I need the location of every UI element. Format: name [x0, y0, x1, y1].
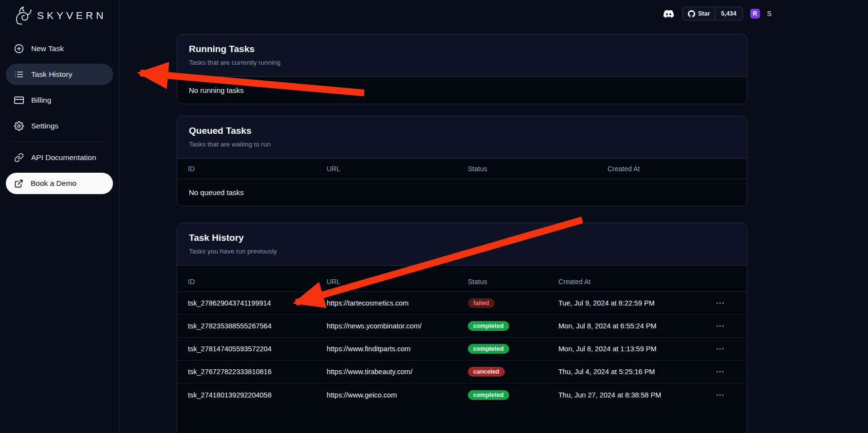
column-header-created-at: Created At [548, 278, 708, 286]
github-star-segment[interactable]: Star [683, 7, 715, 20]
credit-card-icon [14, 95, 24, 105]
sidebar-item-billing[interactable]: Billing [6, 90, 113, 111]
task-id-cell: tsk_276727822333810816 [177, 368, 316, 376]
queued-tasks-subtitle: Tasks that are waiting to run [189, 141, 735, 148]
task-id-cell: tsk_278147405593572204 [177, 345, 316, 353]
status-badge: completed [468, 390, 509, 400]
list-icon [14, 70, 24, 79]
running-tasks-title: Running Tasks [189, 44, 735, 54]
sidebar-divider [12, 142, 107, 142]
task-status-cell: canceled [457, 367, 548, 377]
table-row[interactable]: tsk_276727822333810816 https://www.tirab… [177, 361, 747, 383]
task-url-cell: https://www.geico.com [316, 391, 457, 399]
gear-icon [14, 121, 24, 131]
queued-tasks-header: Queued Tasks Tasks that are waiting to r… [177, 116, 747, 159]
row-actions-button[interactable]: ⋯ [708, 366, 747, 377]
github-star-label: Star [698, 10, 710, 17]
task-created-cell: Tue, Jul 9, 2024 at 8:22:59 PM [548, 299, 708, 307]
queued-tasks-title: Queued Tasks [189, 126, 735, 136]
github-star-count: 5,434 [721, 10, 736, 17]
task-status-cell: completed [457, 344, 548, 354]
sidebar-item-label: Settings [31, 122, 58, 130]
task-history-card: Task History Tasks you have run previous… [177, 223, 747, 433]
task-url-cell: https://tartecosmetics.com [316, 299, 457, 307]
github-icon [688, 10, 695, 18]
queued-tasks-card: Queued Tasks Tasks that are waiting to r… [177, 116, 747, 206]
status-badge: completed [468, 344, 509, 354]
discord-icon [662, 9, 675, 19]
task-id-cell: tsk_274180139292204058 [177, 391, 316, 399]
task-url-cell: https://www.tirabeauty.com/ [316, 368, 457, 376]
status-badge: canceled [468, 367, 505, 377]
sidebar: SKYVERN New Task Task History Billing Se… [0, 0, 119, 433]
column-header-created-at: Created At [597, 165, 747, 173]
task-history-table: ID URL Status Created At tsk_27862904374… [177, 266, 747, 433]
sidebar-item-label: Book a Demo [31, 179, 76, 188]
task-status-cell: completed [457, 390, 548, 400]
book-a-demo-button[interactable]: Book a Demo [6, 173, 113, 194]
task-history-table-header: ID URL Status Created At [177, 271, 747, 292]
ellipsis-icon: ⋯ [716, 390, 725, 400]
row-actions-button[interactable]: ⋯ [708, 321, 747, 331]
task-created-cell: Mon, Jul 8, 2024 at 6:55:24 PM [548, 322, 708, 330]
task-id-cell: tsk_278235388555267564 [177, 322, 316, 330]
task-history-rows: tsk_278629043741199914 https://tartecosm… [177, 292, 747, 433]
task-status-cell: failed [457, 298, 548, 308]
truncated-user-text: S [767, 10, 772, 18]
task-created-cell: Thu, Jun 27, 2024 at 8:38:58 PM [548, 391, 708, 399]
sidebar-item-new-task[interactable]: New Task [6, 38, 113, 59]
table-row[interactable]: tsk_278235388555267564 https://news.ycom… [177, 315, 747, 338]
sidebar-item-api-documentation[interactable]: API Documentation [6, 147, 113, 168]
task-history-subtitle: Tasks you have run previously [189, 248, 735, 255]
avatar[interactable]: R [750, 9, 760, 18]
sidebar-item-label: Billing [31, 96, 51, 105]
task-status-cell: completed [457, 321, 548, 331]
status-badge: failed [468, 298, 495, 308]
github-star-count-segment[interactable]: 5,434 [715, 7, 742, 20]
queued-tasks-table-header: ID URL Status Created At [177, 159, 747, 179]
external-link-icon [14, 179, 23, 188]
task-created-cell: Thu, Jul 4, 2024 at 5:25:16 PM [548, 368, 708, 376]
skyvern-dragon-icon [11, 4, 33, 27]
column-header-status: Status [457, 165, 597, 173]
task-created-cell: Mon, Jul 8, 2024 at 1:13:59 PM [548, 345, 708, 353]
row-actions-button[interactable]: ⋯ [708, 343, 747, 354]
skyvern-logo[interactable]: SKYVERN [0, 0, 119, 27]
sidebar-item-label: API Documentation [31, 153, 96, 162]
sidebar-item-label: Task History [31, 70, 72, 79]
discord-button[interactable] [662, 9, 675, 19]
ellipsis-icon: ⋯ [716, 367, 725, 377]
task-history-title: Task History [189, 233, 735, 243]
sidebar-nav: New Task Task History Billing Settings A… [0, 38, 119, 194]
column-header-id: ID [177, 278, 316, 286]
task-id-cell: tsk_278629043741199914 [177, 299, 316, 307]
sidebar-item-settings[interactable]: Settings [6, 115, 113, 137]
column-header-status: Status [457, 278, 548, 286]
task-url-cell: https://news.ycombinator.com/ [316, 322, 457, 330]
table-row[interactable]: tsk_274180139292204058 https://www.geico… [177, 383, 747, 406]
ellipsis-icon: ⋯ [716, 321, 725, 331]
ellipsis-icon: ⋯ [716, 344, 725, 354]
table-row[interactable]: tsk_278629043741199914 https://tartecosm… [177, 292, 747, 315]
row-actions-button[interactable]: ⋯ [708, 390, 747, 400]
running-tasks-empty-state: No running tasks [177, 77, 747, 104]
main-content: Running Tasks Tasks that are currently r… [177, 34, 747, 433]
row-actions-button[interactable]: ⋯ [708, 298, 747, 308]
running-tasks-card: Running Tasks Tasks that are currently r… [177, 34, 747, 104]
status-badge: completed [468, 321, 509, 331]
ellipsis-icon: ⋯ [716, 298, 725, 308]
topbar: Star 5,434 R S [662, 7, 772, 20]
github-star-button[interactable]: Star 5,434 [683, 7, 743, 20]
task-history-header: Task History Tasks you have run previous… [177, 223, 747, 266]
task-url-cell: https://www.finditparts.com [316, 345, 457, 353]
sidebar-item-label: New Task [31, 44, 64, 53]
sidebar-item-task-history[interactable]: Task History [6, 64, 113, 85]
link-icon [14, 153, 24, 162]
column-header-url: URL [316, 278, 457, 286]
running-tasks-subtitle: Tasks that are currently running [189, 59, 735, 66]
column-header-id: ID [177, 165, 316, 173]
brand-name: SKYVERN [37, 10, 106, 21]
running-tasks-header: Running Tasks Tasks that are currently r… [177, 35, 747, 77]
column-header-url: URL [316, 165, 457, 173]
table-row[interactable]: tsk_278147405593572204 https://www.findi… [177, 338, 747, 361]
